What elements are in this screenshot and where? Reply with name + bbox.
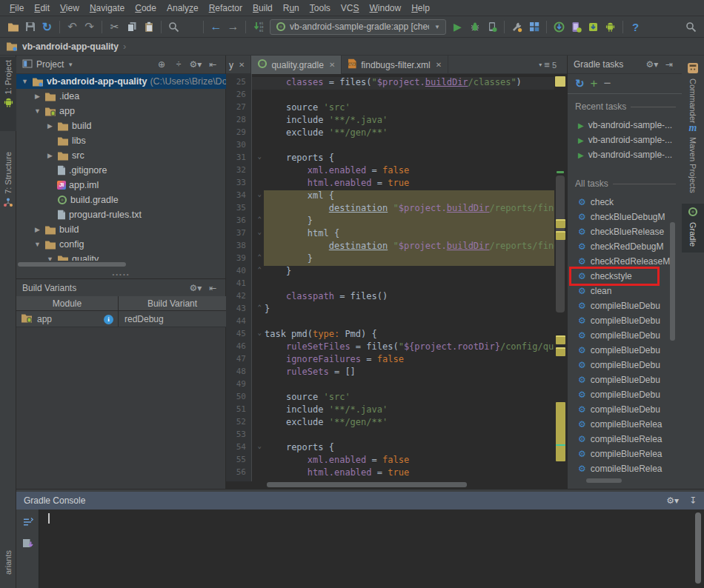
avd-manager-icon[interactable] — [568, 19, 585, 36]
menu-item-tools[interactable]: Tools — [305, 1, 336, 15]
locate-icon[interactable]: ⊕ — [155, 59, 168, 70]
sync-icon[interactable]: ↻ — [39, 19, 56, 36]
run-config-select[interactable]: vb-android-sample-gradle:app [check] ▼ — [270, 19, 446, 35]
task-compilebluedebu[interactable]: ⚙compileBlueDebu — [568, 343, 679, 358]
close-icon[interactable]: ✕ — [329, 61, 335, 69]
hide-right-icon[interactable]: ⇥ — [663, 59, 676, 70]
dock-icon[interactable]: ↧ — [689, 495, 697, 506]
tool-button-build-variants[interactable]: ariants — [0, 550, 16, 587]
find-icon[interactable] — [165, 19, 182, 36]
editor-vscrollbar[interactable] — [556, 176, 565, 313]
menu-item-code[interactable]: Code — [130, 1, 162, 15]
tree-item-libs[interactable]: libs — [16, 133, 226, 148]
menu-item-build[interactable]: Build — [248, 1, 278, 15]
tool-button-commander[interactable]: Commander — [682, 63, 704, 124]
undo-icon[interactable]: ↶ — [64, 19, 81, 36]
tree-item-vb-android-app-quality[interactable]: ▼vb-android-app-quality (C:\Users\Brize\… — [16, 74, 226, 89]
scroll-end-icon[interactable] — [22, 538, 33, 551]
task-compilebluedebu[interactable]: ⚙compileBlueDebu — [568, 298, 679, 313]
menu-item-edit[interactable]: Edit — [29, 1, 55, 15]
settings-icon[interactable]: ⚙▾ — [189, 283, 202, 293]
recent-task[interactable]: ▶vb-android-sample-... — [568, 118, 679, 133]
console-output[interactable] — [39, 510, 704, 588]
tree-item-build[interactable]: ▶build — [16, 118, 226, 133]
recent-task[interactable]: ▶vb-android-sample-... — [568, 133, 679, 147]
column-build-variant[interactable]: Build Variant — [119, 296, 226, 310]
menu-item-run[interactable]: Run — [278, 1, 305, 15]
project-panel-title[interactable]: Project — [36, 59, 64, 70]
gradle-sync-icon[interactable] — [508, 19, 525, 36]
sdk-manager-icon[interactable] — [585, 19, 602, 36]
task-compilebluerelea[interactable]: ⚙compileBlueRelea — [568, 432, 679, 447]
project-structure-icon[interactable] — [525, 19, 542, 36]
menu-item-vcs[interactable]: VCS — [336, 1, 365, 15]
project-tree-hscrollbar[interactable] — [18, 262, 126, 267]
stripe-mark[interactable] — [556, 335, 565, 344]
tree-item-build[interactable]: ▶build — [16, 222, 226, 237]
stripe-mark[interactable] — [555, 76, 565, 87]
task-compilebluerelea[interactable]: ⚙compileBlueRelea — [568, 461, 679, 472]
task-checkbluerelease[interactable]: ⚙checkBlueRelease — [568, 224, 679, 239]
paste-icon[interactable] — [140, 19, 157, 36]
hide-left-icon[interactable]: ⇤ — [206, 59, 219, 70]
tree-collapsed-arrow-icon[interactable]: ▶ — [46, 152, 54, 159]
refresh-icon[interactable]: ↻ — [575, 77, 585, 90]
tree-expanded-arrow-icon[interactable]: ▼ — [21, 78, 29, 85]
close-icon[interactable]: ✕ — [436, 61, 442, 69]
task-compilebluedebu[interactable]: ⚙compileBlueDebu — [568, 402, 679, 417]
hidden-tabs-button[interactable]: ▾≡ 5 — [539, 56, 557, 74]
editor-code[interactable]: classes = files("$project.buildDir/class… — [252, 77, 554, 481]
tree-item--gitignore[interactable]: .gitignore — [16, 163, 226, 178]
open-icon[interactable] — [4, 19, 21, 36]
stripe-mark[interactable] — [557, 171, 564, 173]
save-icon[interactable] — [21, 19, 39, 36]
settings-icon[interactable]: ⚙▾ — [189, 59, 202, 70]
attach-debugger-icon[interactable] — [483, 19, 500, 36]
chevron-down-icon[interactable]: ▼ — [67, 61, 73, 68]
task-compilebluedebu[interactable]: ⚙compileBlueDebu — [568, 313, 679, 328]
toggle-mode-icon[interactable] — [21, 517, 34, 529]
task-compilebluedebu[interactable]: ⚙compileBlueDebu — [568, 358, 679, 372]
cut-icon[interactable]: ✂ — [106, 19, 123, 36]
settings-icon[interactable]: ⚙▾ — [666, 495, 679, 506]
tree-expanded-arrow-icon[interactable]: ▼ — [33, 241, 41, 248]
tree-item-build-gradle[interactable]: build.gradle — [16, 193, 226, 207]
tab-quality-gradle[interactable]: quality.gradle✕ — [251, 56, 342, 74]
tree-collapsed-arrow-icon[interactable]: ▶ — [46, 122, 54, 130]
tree-collapsed-arrow-icon[interactable]: ▶ — [33, 93, 41, 100]
android-monitor-icon[interactable] — [602, 19, 619, 36]
console-vscrollbar[interactable] — [695, 512, 701, 584]
task-compilebluerelea[interactable]: ⚙compileBlueRelea — [568, 447, 679, 461]
run-icon[interactable]: ▶ — [449, 19, 466, 36]
help-icon[interactable]: ? — [627, 19, 644, 36]
tab-partial[interactable]: y✕ — [226, 56, 251, 74]
tool-button-structure[interactable]: 7: Structure — [0, 152, 16, 210]
task-check[interactable]: ⚙check — [568, 195, 679, 210]
menu-item-window[interactable]: Window — [364, 1, 406, 15]
menu-item-navigate[interactable]: Navigate — [84, 1, 130, 15]
task-compilebluedebu[interactable]: ⚙compileBlueDebu — [568, 387, 679, 402]
build-variant-row[interactable]: app i redDebug — [16, 311, 226, 327]
update-project-icon[interactable]: 011001 — [250, 19, 267, 36]
tree-collapsed-arrow-icon[interactable]: ▶ — [33, 226, 41, 233]
tree-item--idea[interactable]: ▶.idea — [16, 89, 226, 104]
close-icon[interactable]: ✕ — [239, 61, 245, 69]
task-clean[interactable]: ⚙clean — [568, 284, 679, 298]
breadcrumb-project[interactable]: vb-android-app-quality — [22, 41, 119, 52]
sync-project-icon[interactable] — [551, 19, 568, 36]
menu-item-analyze[interactable]: Analyze — [162, 1, 204, 15]
settings-icon[interactable]: ⚙▾ — [645, 59, 659, 70]
menu-item-view[interactable]: View — [55, 1, 84, 15]
menu-item-help[interactable]: Help — [406, 1, 435, 15]
variant-name[interactable]: redDebug — [119, 314, 164, 324]
tab-findbugs-filter[interactable]: </> findbugs-filter.xml✕ — [342, 56, 448, 74]
task-compilebluedebu[interactable]: ⚙compileBlueDebu — [568, 328, 679, 343]
task-compilebluedebu[interactable]: ⚙compileBlueDebu — [568, 372, 679, 387]
stripe-mark[interactable] — [556, 231, 565, 240]
task-compilebluerelea[interactable]: ⚙compileBlueRelea — [568, 417, 679, 432]
search-everywhere-icon[interactable] — [683, 19, 700, 36]
back-icon[interactable]: ← — [207, 19, 225, 36]
copy-icon[interactable] — [123, 19, 140, 36]
compact-icon[interactable]: ÷ — [172, 59, 185, 70]
tool-button-gradle[interactable]: Gradle — [682, 204, 704, 253]
